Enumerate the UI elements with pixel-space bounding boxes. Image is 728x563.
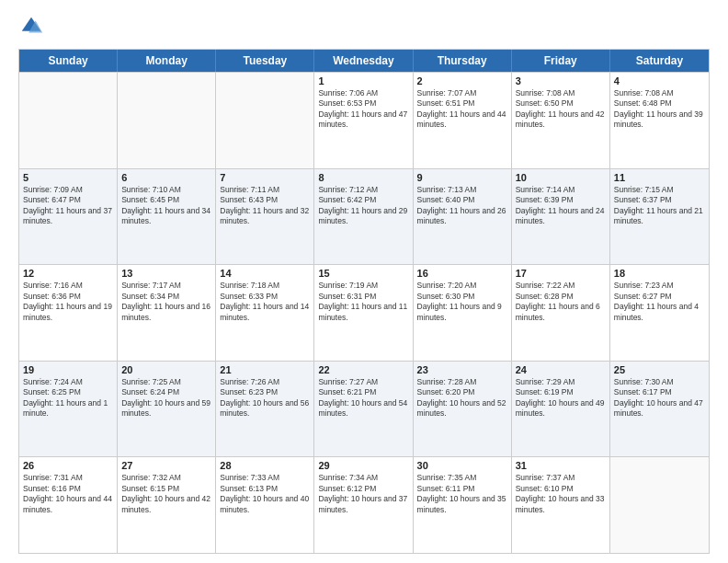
day-info: Sunrise: 7:08 AM Sunset: 6:48 PM Dayligh… [614,88,705,131]
day-info: Sunrise: 7:08 AM Sunset: 6:50 PM Dayligh… [516,88,606,131]
day-number: 27 [121,460,211,471]
day-info: Sunrise: 7:30 AM Sunset: 6:17 PM Dayligh… [614,377,705,419]
day-info: Sunrise: 7:33 AM Sunset: 6:13 PM Dayligh… [220,473,310,515]
day-number: 1 [318,75,408,86]
day-number: 28 [220,460,310,471]
day-number: 9 [417,172,507,183]
calendar-body: 1Sunrise: 7:06 AM Sunset: 6:53 PM Daylig… [19,72,709,553]
empty-cell-4-6 [610,457,709,553]
day-number: 3 [516,75,606,86]
day-cell-24: 24Sunrise: 7:29 AM Sunset: 6:19 PM Dayli… [512,362,610,457]
day-number: 23 [417,364,507,375]
day-info: Sunrise: 7:10 AM Sunset: 6:45 PM Dayligh… [121,185,211,227]
day-cell-6: 6Sunrise: 7:10 AM Sunset: 6:45 PM Daylig… [118,169,216,265]
day-cell-17: 17Sunrise: 7:22 AM Sunset: 6:28 PM Dayli… [512,265,610,361]
day-info: Sunrise: 7:23 AM Sunset: 6:27 PM Dayligh… [614,281,705,323]
day-number: 17 [516,268,606,279]
day-cell-28: 28Sunrise: 7:33 AM Sunset: 6:13 PM Dayli… [216,457,314,553]
day-cell-11: 11Sunrise: 7:15 AM Sunset: 6:37 PM Dayli… [610,169,709,265]
day-cell-4: 4Sunrise: 7:08 AM Sunset: 6:48 PM Daylig… [610,73,709,168]
day-number: 12 [23,268,113,279]
day-cell-29: 29Sunrise: 7:34 AM Sunset: 6:12 PM Dayli… [314,457,413,553]
empty-cell-0-1 [118,73,216,168]
day-cell-12: 12Sunrise: 7:16 AM Sunset: 6:36 PM Dayli… [19,265,118,361]
calendar-row-3: 19Sunrise: 7:24 AM Sunset: 6:25 PM Dayli… [19,361,709,457]
calendar-row-2: 12Sunrise: 7:16 AM Sunset: 6:36 PM Dayli… [19,264,709,361]
day-info: Sunrise: 7:35 AM Sunset: 6:11 PM Dayligh… [417,473,507,515]
day-number: 2 [417,75,507,86]
day-cell-5: 5Sunrise: 7:09 AM Sunset: 6:47 PM Daylig… [19,169,118,265]
day-info: Sunrise: 7:19 AM Sunset: 6:31 PM Dayligh… [318,281,408,323]
header-day-saturday: Saturday [610,50,709,72]
day-number: 26 [23,460,113,471]
header-day-friday: Friday [512,50,610,72]
day-cell-23: 23Sunrise: 7:28 AM Sunset: 6:20 PM Dayli… [414,362,512,457]
day-number: 8 [318,172,408,183]
day-number: 16 [417,268,507,279]
calendar-row-4: 26Sunrise: 7:31 AM Sunset: 6:16 PM Dayli… [19,456,709,553]
day-number: 19 [23,364,113,375]
day-info: Sunrise: 7:16 AM Sunset: 6:36 PM Dayligh… [23,281,113,323]
day-cell-1: 1Sunrise: 7:06 AM Sunset: 6:53 PM Daylig… [314,73,413,168]
day-number: 15 [318,268,408,279]
logo-icon [18,14,44,40]
day-number: 24 [516,364,606,375]
day-number: 11 [614,172,705,183]
day-info: Sunrise: 7:11 AM Sunset: 6:43 PM Dayligh… [220,185,310,227]
day-cell-25: 25Sunrise: 7:30 AM Sunset: 6:17 PM Dayli… [610,362,709,457]
day-number: 10 [516,172,606,183]
day-info: Sunrise: 7:17 AM Sunset: 6:34 PM Dayligh… [121,281,211,323]
day-cell-9: 9Sunrise: 7:13 AM Sunset: 6:40 PM Daylig… [414,169,512,265]
day-number: 25 [614,364,705,375]
day-info: Sunrise: 7:07 AM Sunset: 6:51 PM Dayligh… [417,88,507,131]
day-number: 20 [121,364,211,375]
day-info: Sunrise: 7:09 AM Sunset: 6:47 PM Dayligh… [23,185,113,227]
calendar-row-0: 1Sunrise: 7:06 AM Sunset: 6:53 PM Daylig… [19,72,709,168]
day-cell-18: 18Sunrise: 7:23 AM Sunset: 6:27 PM Dayli… [610,265,709,361]
day-cell-16: 16Sunrise: 7:20 AM Sunset: 6:30 PM Dayli… [414,265,512,361]
day-info: Sunrise: 7:15 AM Sunset: 6:37 PM Dayligh… [614,185,705,227]
day-number: 21 [220,364,310,375]
day-info: Sunrise: 7:29 AM Sunset: 6:19 PM Dayligh… [516,377,606,419]
day-info: Sunrise: 7:14 AM Sunset: 6:39 PM Dayligh… [516,185,606,227]
day-cell-26: 26Sunrise: 7:31 AM Sunset: 6:16 PM Dayli… [19,457,118,553]
day-cell-31: 31Sunrise: 7:37 AM Sunset: 6:10 PM Dayli… [512,457,610,553]
day-number: 7 [220,172,310,183]
day-number: 13 [121,268,211,279]
header-day-tuesday: Tuesday [216,50,314,72]
calendar: SundayMondayTuesdayWednesdayThursdayFrid… [18,49,710,554]
day-number: 14 [220,268,310,279]
day-info: Sunrise: 7:37 AM Sunset: 6:10 PM Dayligh… [516,473,606,515]
day-cell-19: 19Sunrise: 7:24 AM Sunset: 6:25 PM Dayli… [19,362,118,457]
day-info: Sunrise: 7:27 AM Sunset: 6:21 PM Dayligh… [318,377,408,419]
day-cell-20: 20Sunrise: 7:25 AM Sunset: 6:24 PM Dayli… [118,362,216,457]
header-day-monday: Monday [118,50,216,72]
header-day-wednesday: Wednesday [314,50,413,72]
day-number: 5 [23,172,113,183]
day-number: 18 [614,268,705,279]
day-number: 31 [516,460,606,471]
day-cell-27: 27Sunrise: 7:32 AM Sunset: 6:15 PM Dayli… [118,457,216,553]
day-info: Sunrise: 7:31 AM Sunset: 6:16 PM Dayligh… [23,473,113,515]
day-info: Sunrise: 7:13 AM Sunset: 6:40 PM Dayligh… [417,185,507,227]
day-cell-3: 3Sunrise: 7:08 AM Sunset: 6:50 PM Daylig… [512,73,610,168]
day-cell-2: 2Sunrise: 7:07 AM Sunset: 6:51 PM Daylig… [414,73,512,168]
day-cell-7: 7Sunrise: 7:11 AM Sunset: 6:43 PM Daylig… [216,169,314,265]
page: SundayMondayTuesdayWednesdayThursdayFrid… [0,0,728,563]
day-number: 30 [417,460,507,471]
day-info: Sunrise: 7:18 AM Sunset: 6:33 PM Dayligh… [220,281,310,323]
day-number: 6 [121,172,211,183]
day-info: Sunrise: 7:28 AM Sunset: 6:20 PM Dayligh… [417,377,507,419]
day-info: Sunrise: 7:12 AM Sunset: 6:42 PM Dayligh… [318,185,408,227]
logo [18,14,48,40]
day-info: Sunrise: 7:26 AM Sunset: 6:23 PM Dayligh… [220,377,310,419]
day-cell-10: 10Sunrise: 7:14 AM Sunset: 6:39 PM Dayli… [512,169,610,265]
day-info: Sunrise: 7:22 AM Sunset: 6:28 PM Dayligh… [516,281,606,323]
day-cell-15: 15Sunrise: 7:19 AM Sunset: 6:31 PM Dayli… [314,265,413,361]
day-number: 22 [318,364,408,375]
day-cell-14: 14Sunrise: 7:18 AM Sunset: 6:33 PM Dayli… [216,265,314,361]
day-info: Sunrise: 7:34 AM Sunset: 6:12 PM Dayligh… [318,473,408,515]
day-info: Sunrise: 7:32 AM Sunset: 6:15 PM Dayligh… [121,473,211,515]
day-info: Sunrise: 7:06 AM Sunset: 6:53 PM Dayligh… [318,88,408,131]
day-number: 4 [614,75,705,86]
